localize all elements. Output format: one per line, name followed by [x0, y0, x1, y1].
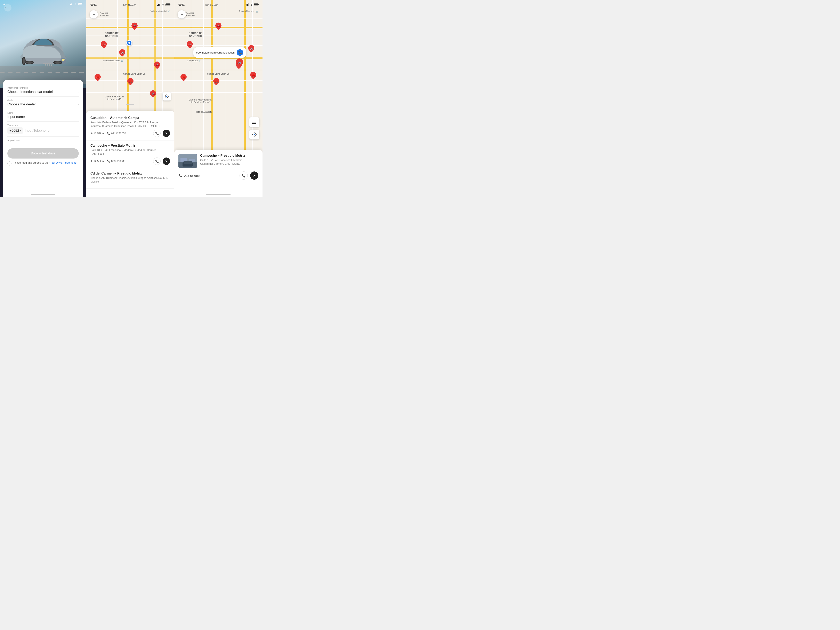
dealer-distance-1: ✈ 12.58km	[90, 132, 104, 135]
dealer-meta-2: ✈ 12.58km 📞 028-666888 📞 ➤	[90, 158, 170, 165]
dealer-name-1: Cuautitlan – Automotriz Campa	[90, 116, 170, 120]
dealer-item-3[interactable]: Cd del Carmen – Prestigio Motriz Tienda …	[86, 168, 174, 189]
book-button[interactable]: Book a test drive	[7, 148, 79, 158]
dealer-label: dealer	[7, 99, 79, 101]
svg-point-17	[49, 63, 52, 66]
map-label-barrio-right: BARRIO DESANTIAGO	[189, 32, 202, 38]
map-pin-7[interactable]: 🚗	[154, 62, 160, 70]
car-model-value[interactable]: Choose Intentional car model ›	[7, 90, 79, 94]
right-map-pin-5[interactable]: 🚗	[213, 78, 219, 86]
svg-rect-1	[71, 3, 71, 5]
svg-text:🚗: 🚗	[217, 24, 221, 27]
right-map-pin-4[interactable]: 🚗	[180, 74, 186, 82]
svg-rect-39	[248, 3, 249, 6]
phone-icon-2: 📞	[107, 159, 111, 163]
selected-dealer-name: Campeche – Prestigio Motriz	[200, 154, 258, 158]
appointment-label: Appointment	[7, 139, 79, 142]
map-area-middle: 9:41	[86, 0, 174, 117]
dealer-distance-2: ✈ 12.58km	[90, 159, 104, 163]
svg-rect-38	[247, 4, 248, 6]
svg-text:🚗: 🚗	[249, 47, 253, 50]
car-model-chevron: ›	[78, 90, 79, 93]
appointment-field[interactable]: Appointment	[7, 137, 79, 145]
dealer-phone-1: 📞 9811273070	[107, 132, 126, 135]
svg-rect-18	[157, 5, 158, 6]
back-button-middle[interactable]: ←	[90, 10, 98, 19]
svg-rect-20	[159, 4, 159, 6]
car-image: 1 ←	[0, 0, 86, 88]
call-button-2[interactable]: 📞	[153, 158, 161, 165]
right-map-pin-1[interactable]: 🚗	[186, 41, 193, 49]
map-label-comida: Comida China Chien-Ch	[123, 73, 145, 75]
tooltip-phone-btn[interactable]: 📞	[237, 49, 243, 56]
agreement-checkbox[interactable]	[7, 161, 11, 166]
telephone-input[interactable]: Input Telephone	[25, 129, 79, 133]
map-pin-2[interactable]: 🚗	[131, 22, 137, 31]
dealer-meta-1: ✈ 12.58km 📞 9811273070 📞 ➤	[90, 129, 170, 137]
selected-dealer-address-1: Calle 31 #1540 Francisco I. Madero	[200, 158, 242, 162]
map-pin-3[interactable]: 🚗	[119, 49, 125, 57]
telephone-field[interactable]: Telephone +0052 ▾ Input Telephone	[7, 122, 79, 137]
phone-icon-card: 📞	[178, 174, 182, 177]
map-label-plaza: Plaza de Aranzazu	[195, 111, 212, 113]
map-label-soriana-right: Soriana Mercado I 🛒	[239, 10, 259, 13]
call-button-1[interactable]: 📞	[153, 129, 161, 137]
card-directions-button[interactable]: ➤	[250, 171, 258, 180]
status-icons-right	[246, 3, 258, 6]
right-map-pin-6[interactable]: 🚗	[248, 45, 254, 53]
dealer-field[interactable]: dealer Choose the dealer ›	[7, 96, 79, 109]
svg-text:🚗: 🚗	[182, 75, 186, 79]
dealer-card-info: Campeche – Prestigio Motriz Calle 31 #15…	[200, 154, 258, 168]
map-pin-1[interactable]: 🚗	[101, 41, 107, 49]
card-call-button[interactable]: 📞	[240, 171, 248, 180]
dealer-address-1: Autopista Federal México Querétaro Km 37…	[90, 121, 170, 128]
right-map-pin-2[interactable]: 🚗	[215, 22, 221, 31]
svg-point-4	[76, 4, 76, 5]
dealer-address-3: Tienda GAC Trumpchi Classic, Avenida Jue…	[90, 176, 170, 183]
svg-point-22	[163, 5, 163, 6]
map-pin-4[interactable]: 🚗	[95, 74, 101, 82]
phone-icon-1: 📞	[107, 132, 111, 135]
map-pin-5[interactable]: 🚗	[127, 78, 134, 86]
svg-rect-3	[73, 2, 73, 5]
dealer-value[interactable]: Choose the dealer ›	[7, 102, 79, 106]
map-label-catedral-right: Catedral Metropolitanade San Luis Potosí	[189, 98, 212, 103]
dealer-list-middle: Cuautitlan – Automotriz Campa Autopista …	[86, 111, 174, 197]
agreement-static-text: I have read and agreed to the	[14, 161, 49, 164]
directions-button-2[interactable]: ➤	[163, 158, 170, 165]
left-panel: 1 ←	[0, 0, 86, 197]
list-button-right[interactable]	[249, 117, 259, 127]
dealer-name-3: Cd del Carmen – Prestigio Motriz	[90, 172, 170, 175]
country-dropdown-arrow: ▾	[20, 129, 21, 132]
svg-text:🚗: 🚗	[237, 60, 242, 64]
svg-text:🚗: 🚗	[215, 79, 218, 83]
svg-text:🚗: 🚗	[252, 73, 255, 77]
name-value[interactable]: Input name	[7, 115, 79, 119]
country-code-value: +0052	[9, 129, 19, 133]
country-code[interactable]: +0052 ▾	[7, 127, 23, 134]
directions-button-1[interactable]: ➤	[163, 129, 170, 137]
dealer-item-2[interactable]: Campeche – Prestigio Motriz Calle 31 #15…	[86, 141, 174, 168]
svg-point-40	[251, 5, 252, 6]
right-map-pin-8[interactable]: 🚗	[250, 72, 256, 80]
dealer-card-content: Campeche – Prestigio Motriz Calle 31 #15…	[178, 154, 258, 168]
svg-text:🚗: 🚗	[96, 75, 99, 79]
location-button-middle[interactable]	[163, 92, 171, 101]
dealer-item-1[interactable]: Cuautitlan – Automotriz Campa Autopista …	[86, 113, 174, 141]
map-label-mercado-right: M Républica 🛒	[186, 60, 201, 62]
back-button-right[interactable]: ←	[178, 10, 186, 19]
name-field[interactable]: Name Input name	[7, 109, 79, 122]
agreement-link[interactable]: "Test Drive Agreement"	[49, 161, 77, 164]
drag-handle-middle[interactable]	[126, 104, 134, 104]
navigation-icon-2: ✈	[90, 159, 93, 163]
car-model-field[interactable]: Intentional car model Choose Intentional…	[7, 84, 79, 96]
home-indicator-right	[206, 194, 231, 195]
right-map-pin-selected[interactable]: 🚗	[236, 58, 243, 68]
location-button-right[interactable]	[249, 129, 259, 139]
dealer-card-phone-row: 📞 028-666888 📞 ➤	[178, 171, 258, 180]
svg-rect-2	[72, 3, 73, 5]
back-button-left[interactable]: ←	[4, 4, 11, 11]
map-background-middle: LOS ALAMOS DAMIANCARMONA BARRIO DESANTIA…	[86, 0, 174, 117]
map-pin-6[interactable]: 🚗	[150, 90, 156, 98]
car-model-placeholder: Choose Intentional car model	[7, 90, 53, 94]
